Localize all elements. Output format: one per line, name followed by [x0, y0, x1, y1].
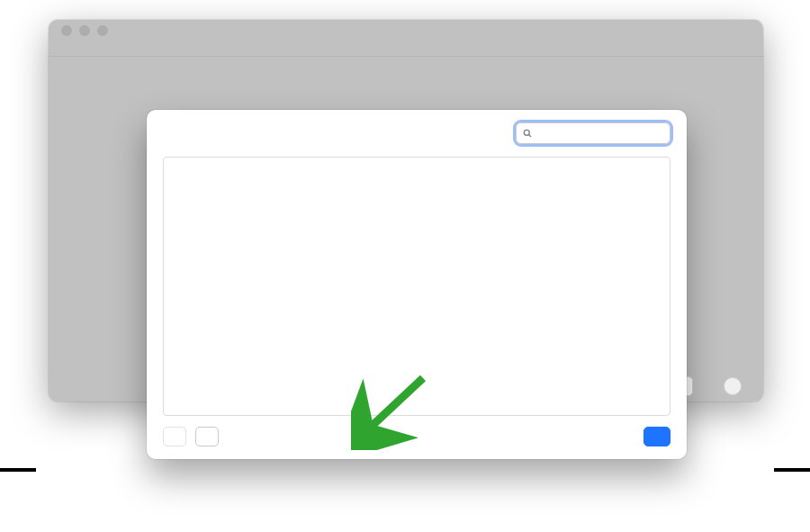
- remove-button[interactable]: [163, 427, 186, 446]
- svg-point-0: [524, 130, 529, 135]
- edge-tick-left: [0, 468, 36, 472]
- svg-line-1: [529, 135, 532, 138]
- search-icon: [522, 128, 533, 139]
- search-field[interactable]: [516, 122, 670, 144]
- search-input[interactable]: [536, 127, 664, 140]
- website-list[interactable]: [163, 157, 670, 416]
- edge-tick-right: [774, 468, 810, 472]
- website-data-sheet: [147, 110, 687, 459]
- help-button[interactable]: [724, 377, 742, 395]
- remove-all-button[interactable]: [195, 427, 219, 446]
- done-button[interactable]: [644, 427, 670, 446]
